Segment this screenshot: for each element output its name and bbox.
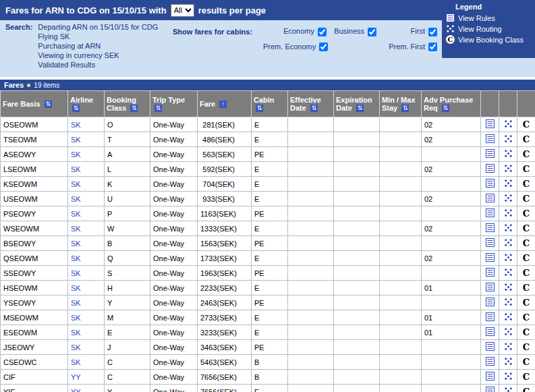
view-rules-icon[interactable]	[486, 181, 495, 189]
view-booking-class-icon[interactable]: C	[523, 357, 530, 367]
view-routing-icon[interactable]	[504, 151, 513, 159]
view-routing-icon[interactable]	[504, 329, 513, 337]
view-rules-cell[interactable]	[481, 251, 499, 266]
view-rules-cell[interactable]	[481, 385, 499, 392]
view-booking-class-icon[interactable]: C	[523, 194, 530, 204]
sort-toggle-icon[interactable]: ⇅	[310, 105, 318, 112]
view-routing-icon[interactable]	[504, 314, 513, 323]
view-booking-class-icon[interactable]: C	[523, 179, 530, 189]
view-rules-cell[interactable]	[481, 281, 499, 296]
view-routing-icon[interactable]	[504, 166, 513, 174]
cabin-first-checkbox[interactable]	[428, 28, 437, 36]
view-routing-icon[interactable]	[504, 240, 513, 248]
view-booking-class-icon[interactable]: C	[523, 387, 530, 392]
view-rules-icon[interactable]	[486, 136, 495, 144]
view-rules-icon[interactable]	[486, 211, 495, 219]
view-booking-class-cell[interactable]: C	[517, 370, 535, 385]
airline-link[interactable]: SK	[68, 117, 105, 132]
view-routing-cell[interactable]	[499, 266, 517, 281]
view-routing-cell[interactable]	[499, 296, 517, 310]
view-booking-class-cell[interactable]: C	[517, 296, 535, 310]
cabin-option-business[interactable]: Business	[327, 27, 376, 36]
view-booking-class-cell[interactable]: C	[517, 340, 535, 355]
view-routing-cell[interactable]	[499, 192, 517, 206]
view-rules-cell[interactable]	[481, 221, 499, 236]
view-rules-cell[interactable]	[481, 206, 499, 221]
view-rules-icon[interactable]	[486, 151, 495, 159]
view-routing-cell[interactable]	[499, 310, 517, 325]
airline-link[interactable]: SK	[68, 206, 105, 221]
view-rules-icon[interactable]	[486, 166, 495, 174]
view-booking-class-cell[interactable]: C	[517, 325, 535, 340]
view-rules-cell[interactable]	[481, 310, 499, 325]
view-routing-cell[interactable]	[499, 206, 517, 221]
view-rules-icon[interactable]	[486, 285, 495, 293]
airline-link[interactable]: SK	[68, 147, 105, 162]
view-rules-cell[interactable]	[481, 162, 499, 177]
view-rules-cell[interactable]	[481, 117, 499, 132]
view-booking-class-icon[interactable]: C	[523, 342, 530, 352]
view-routing-cell[interactable]	[499, 117, 517, 132]
view-rules-cell[interactable]	[481, 177, 499, 192]
view-booking-class-icon[interactable]: C	[523, 149, 530, 159]
view-booking-class-cell[interactable]: C	[517, 162, 535, 177]
view-routing-icon[interactable]	[504, 344, 513, 352]
view-booking-class-cell[interactable]: C	[517, 266, 535, 281]
view-booking-class-cell[interactable]: C	[517, 192, 535, 206]
airline-link[interactable]: SK	[68, 310, 105, 325]
sort-toggle-icon[interactable]: ⇅	[45, 101, 52, 108]
airline-link[interactable]: SK	[68, 236, 105, 251]
view-booking-class-icon[interactable]: C	[523, 164, 530, 174]
view-rules-icon[interactable]	[486, 300, 495, 308]
view-routing-icon[interactable]	[504, 211, 513, 219]
view-booking-class-cell[interactable]: C	[517, 147, 535, 162]
view-booking-class-cell[interactable]: C	[517, 132, 535, 147]
view-booking-class-icon[interactable]: C	[523, 119, 530, 130]
view-rules-cell[interactable]	[481, 236, 499, 251]
sort-toggle-icon[interactable]: ⇅	[442, 105, 449, 112]
airline-link[interactable]: SK	[68, 251, 105, 266]
view-rules-icon[interactable]	[486, 196, 495, 204]
view-rules-cell[interactable]	[481, 147, 499, 162]
view-rules-icon[interactable]	[486, 329, 495, 337]
view-rules-cell[interactable]	[481, 192, 499, 206]
cabin-option-first[interactable]: First	[376, 27, 437, 36]
cabin-option-prem-first[interactable]: Prem. First	[376, 43, 437, 52]
view-rules-icon[interactable]	[486, 121, 495, 130]
cabin-prem-economy-checkbox[interactable]	[319, 43, 328, 51]
sort-toggle-icon[interactable]: ⇅	[356, 105, 364, 112]
sort-toggle-icon[interactable]: ⇅	[72, 105, 80, 112]
view-rules-cell[interactable]	[481, 325, 499, 340]
sort-toggle-icon[interactable]: ⇅	[256, 105, 263, 112]
view-routing-icon[interactable]	[504, 389, 513, 392]
view-booking-class-icon[interactable]: C	[523, 134, 530, 144]
view-booking-class-icon[interactable]: C	[523, 208, 530, 219]
view-routing-cell[interactable]	[499, 370, 517, 385]
view-routing-icon[interactable]	[504, 359, 513, 367]
view-booking-class-icon[interactable]: C	[523, 253, 530, 263]
view-routing-cell[interactable]	[499, 132, 517, 147]
airline-link[interactable]: SK	[68, 177, 105, 192]
airline-link[interactable]: SK	[68, 266, 105, 281]
view-booking-class-cell[interactable]: C	[517, 177, 535, 192]
view-routing-cell[interactable]	[499, 325, 517, 340]
cabin-prem-first-checkbox[interactable]	[428, 43, 437, 51]
airline-link[interactable]: SK	[68, 340, 105, 355]
view-rules-cell[interactable]	[481, 132, 499, 147]
view-booking-class-icon[interactable]: C	[523, 223, 530, 233]
view-routing-icon[interactable]	[504, 121, 513, 130]
airline-link[interactable]: YY	[68, 385, 105, 392]
view-rules-icon[interactable]	[486, 255, 495, 263]
airline-link[interactable]: SK	[68, 192, 105, 206]
airline-link[interactable]: SK	[68, 162, 105, 177]
view-booking-class-icon[interactable]: C	[523, 372, 530, 382]
view-rules-icon[interactable]	[486, 270, 495, 278]
sort-toggle-icon[interactable]: ⇅	[154, 105, 162, 112]
view-routing-icon[interactable]	[504, 255, 513, 263]
view-routing-cell[interactable]	[499, 147, 517, 162]
view-rules-cell[interactable]	[481, 355, 499, 370]
airline-link[interactable]: SK	[68, 221, 105, 236]
view-routing-icon[interactable]	[504, 300, 513, 308]
view-routing-icon[interactable]	[504, 285, 513, 293]
view-booking-class-cell[interactable]: C	[517, 281, 535, 296]
